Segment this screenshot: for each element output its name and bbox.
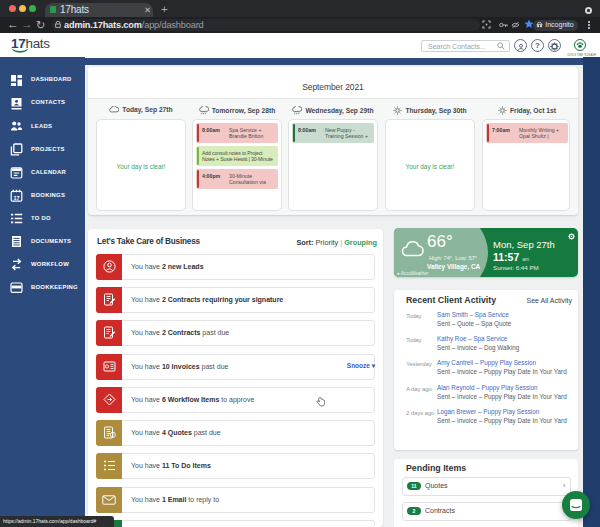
- svg-text:17: 17: [13, 195, 19, 201]
